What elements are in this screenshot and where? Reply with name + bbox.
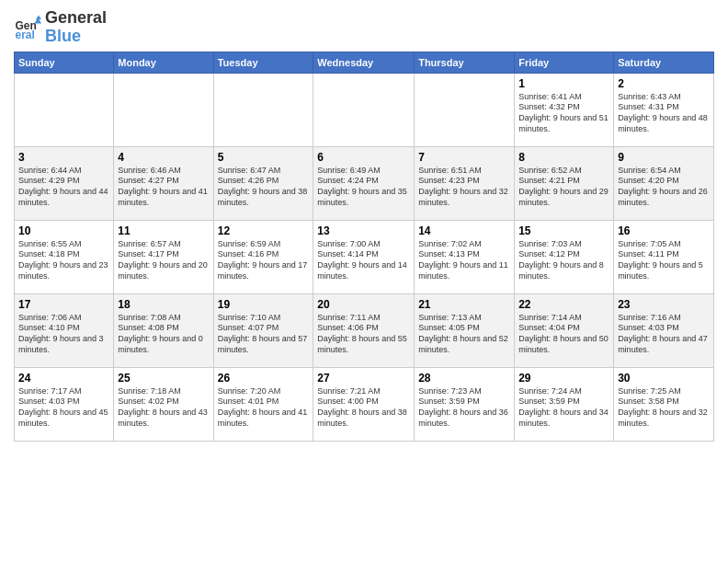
day-number: 16 (618, 224, 710, 237)
header: Gen eral General Blue (14, 9, 714, 46)
calendar-table: SundayMondayTuesdayWednesdayThursdayFrid… (14, 52, 714, 442)
day-info: Sunrise: 7:10 AM Sunset: 4:07 PM Dayligh… (218, 313, 310, 356)
day-cell: 25Sunrise: 7:18 AM Sunset: 4:02 PM Dayli… (114, 367, 213, 441)
day-cell (213, 73, 313, 146)
day-number: 2 (618, 77, 710, 90)
day-cell: 4Sunrise: 6:46 AM Sunset: 4:27 PM Daylig… (114, 146, 213, 220)
day-number: 1 (518, 77, 609, 90)
day-cell: 22Sunrise: 7:14 AM Sunset: 4:04 PM Dayli… (515, 293, 614, 367)
day-info: Sunrise: 7:13 AM Sunset: 4:05 PM Dayligh… (418, 313, 510, 356)
day-number: 18 (118, 298, 209, 311)
day-cell: 30Sunrise: 7:25 AM Sunset: 3:58 PM Dayli… (614, 367, 714, 441)
day-number: 30 (618, 372, 710, 385)
day-info: Sunrise: 7:24 AM Sunset: 3:59 PM Dayligh… (518, 386, 609, 430)
week-row-3: 17Sunrise: 7:06 AM Sunset: 4:10 PM Dayli… (15, 293, 714, 367)
day-info: Sunrise: 7:23 AM Sunset: 3:59 PM Dayligh… (418, 386, 510, 430)
week-row-1: 3Sunrise: 6:44 AM Sunset: 4:29 PM Daylig… (15, 146, 714, 220)
day-number: 17 (18, 298, 109, 311)
day-cell: 13Sunrise: 7:00 AM Sunset: 4:14 PM Dayli… (313, 220, 415, 293)
day-number: 24 (18, 372, 109, 385)
day-cell: 18Sunrise: 7:08 AM Sunset: 4:08 PM Dayli… (114, 293, 213, 367)
day-info: Sunrise: 6:59 AM Sunset: 4:16 PM Dayligh… (218, 239, 310, 282)
day-info: Sunrise: 6:43 AM Sunset: 4:31 PM Dayligh… (618, 92, 710, 135)
day-number: 11 (118, 224, 209, 237)
day-info: Sunrise: 6:57 AM Sunset: 4:17 PM Dayligh… (118, 239, 209, 282)
day-info: Sunrise: 6:47 AM Sunset: 4:26 PM Dayligh… (218, 166, 310, 209)
day-cell: 26Sunrise: 7:20 AM Sunset: 4:01 PM Dayli… (213, 367, 313, 441)
day-cell: 21Sunrise: 7:13 AM Sunset: 4:05 PM Dayli… (415, 293, 515, 367)
day-info: Sunrise: 6:49 AM Sunset: 4:24 PM Dayligh… (317, 166, 410, 209)
day-header-tuesday: Tuesday (213, 52, 313, 73)
day-number: 14 (418, 224, 510, 237)
day-cell: 12Sunrise: 6:59 AM Sunset: 4:16 PM Dayli… (213, 220, 313, 293)
day-cell: 6Sunrise: 6:49 AM Sunset: 4:24 PM Daylig… (313, 146, 415, 220)
week-row-4: 24Sunrise: 7:17 AM Sunset: 4:03 PM Dayli… (15, 367, 714, 441)
day-info: Sunrise: 6:52 AM Sunset: 4:21 PM Dayligh… (518, 166, 609, 209)
day-info: Sunrise: 7:17 AM Sunset: 4:03 PM Dayligh… (18, 386, 109, 430)
day-cell: 3Sunrise: 6:44 AM Sunset: 4:29 PM Daylig… (15, 146, 114, 220)
day-number: 4 (118, 151, 209, 164)
day-info: Sunrise: 7:11 AM Sunset: 4:06 PM Dayligh… (317, 313, 410, 356)
calendar-header-row: SundayMondayTuesdayWednesdayThursdayFrid… (15, 52, 714, 73)
day-cell: 14Sunrise: 7:02 AM Sunset: 4:13 PM Dayli… (415, 220, 515, 293)
day-number: 27 (317, 372, 410, 385)
day-info: Sunrise: 7:20 AM Sunset: 4:01 PM Dayligh… (218, 386, 310, 430)
day-number: 22 (518, 298, 609, 311)
day-cell: 23Sunrise: 7:16 AM Sunset: 4:03 PM Dayli… (614, 293, 714, 367)
day-info: Sunrise: 7:14 AM Sunset: 4:04 PM Dayligh… (518, 313, 609, 356)
day-cell: 9Sunrise: 6:54 AM Sunset: 4:20 PM Daylig… (614, 146, 714, 220)
day-number: 8 (518, 151, 609, 164)
day-number: 26 (218, 372, 310, 385)
day-number: 13 (317, 224, 410, 237)
day-info: Sunrise: 7:05 AM Sunset: 4:11 PM Dayligh… (618, 239, 710, 282)
day-cell: 20Sunrise: 7:11 AM Sunset: 4:06 PM Dayli… (313, 293, 415, 367)
day-cell: 11Sunrise: 6:57 AM Sunset: 4:17 PM Dayli… (114, 220, 213, 293)
day-cell: 5Sunrise: 6:47 AM Sunset: 4:26 PM Daylig… (213, 146, 313, 220)
day-header-saturday: Saturday (614, 52, 714, 73)
day-cell: 10Sunrise: 6:55 AM Sunset: 4:18 PM Dayli… (15, 220, 114, 293)
day-cell: 2Sunrise: 6:43 AM Sunset: 4:31 PM Daylig… (614, 73, 714, 146)
day-number: 10 (18, 224, 109, 237)
day-info: Sunrise: 6:44 AM Sunset: 4:29 PM Dayligh… (18, 166, 109, 209)
day-info: Sunrise: 6:41 AM Sunset: 4:32 PM Dayligh… (518, 92, 609, 135)
day-number: 12 (218, 224, 310, 237)
day-number: 19 (218, 298, 310, 311)
day-cell: 16Sunrise: 7:05 AM Sunset: 4:11 PM Dayli… (614, 220, 714, 293)
day-number: 3 (18, 151, 109, 164)
day-cell: 17Sunrise: 7:06 AM Sunset: 4:10 PM Dayli… (15, 293, 114, 367)
day-number: 7 (418, 151, 510, 164)
day-cell: 28Sunrise: 7:23 AM Sunset: 3:59 PM Dayli… (415, 367, 515, 441)
day-header-monday: Monday (114, 52, 213, 73)
day-cell (114, 73, 213, 146)
day-number: 21 (418, 298, 510, 311)
day-info: Sunrise: 7:08 AM Sunset: 4:08 PM Dayligh… (118, 313, 209, 356)
day-cell: 15Sunrise: 7:03 AM Sunset: 4:12 PM Dayli… (515, 220, 614, 293)
week-row-2: 10Sunrise: 6:55 AM Sunset: 4:18 PM Dayli… (15, 220, 714, 293)
day-number: 23 (618, 298, 710, 311)
day-info: Sunrise: 7:21 AM Sunset: 4:00 PM Dayligh… (317, 386, 410, 430)
day-info: Sunrise: 6:55 AM Sunset: 4:18 PM Dayligh… (18, 239, 109, 282)
day-cell (15, 73, 114, 146)
day-header-thursday: Thursday (415, 52, 515, 73)
day-info: Sunrise: 6:54 AM Sunset: 4:20 PM Dayligh… (618, 166, 710, 209)
day-cell: 1Sunrise: 6:41 AM Sunset: 4:32 PM Daylig… (515, 73, 614, 146)
day-info: Sunrise: 7:18 AM Sunset: 4:02 PM Dayligh… (118, 386, 209, 430)
day-cell: 19Sunrise: 7:10 AM Sunset: 4:07 PM Dayli… (213, 293, 313, 367)
day-header-wednesday: Wednesday (313, 52, 415, 73)
day-number: 20 (317, 298, 410, 311)
day-number: 28 (418, 372, 510, 385)
logo-text: General Blue (45, 9, 107, 46)
day-number: 5 (218, 151, 310, 164)
day-number: 25 (118, 372, 209, 385)
day-header-friday: Friday (515, 52, 614, 73)
day-info: Sunrise: 6:46 AM Sunset: 4:27 PM Dayligh… (118, 166, 209, 209)
day-info: Sunrise: 7:02 AM Sunset: 4:13 PM Dayligh… (418, 239, 510, 282)
day-cell: 7Sunrise: 6:51 AM Sunset: 4:23 PM Daylig… (415, 146, 515, 220)
day-cell: 29Sunrise: 7:24 AM Sunset: 3:59 PM Dayli… (515, 367, 614, 441)
day-info: Sunrise: 7:25 AM Sunset: 3:58 PM Dayligh… (618, 386, 710, 430)
day-cell: 27Sunrise: 7:21 AM Sunset: 4:00 PM Dayli… (313, 367, 415, 441)
day-cell: 8Sunrise: 6:52 AM Sunset: 4:21 PM Daylig… (515, 146, 614, 220)
day-info: Sunrise: 7:00 AM Sunset: 4:14 PM Dayligh… (317, 239, 410, 282)
day-number: 9 (618, 151, 710, 164)
day-info: Sunrise: 7:16 AM Sunset: 4:03 PM Dayligh… (618, 313, 710, 356)
